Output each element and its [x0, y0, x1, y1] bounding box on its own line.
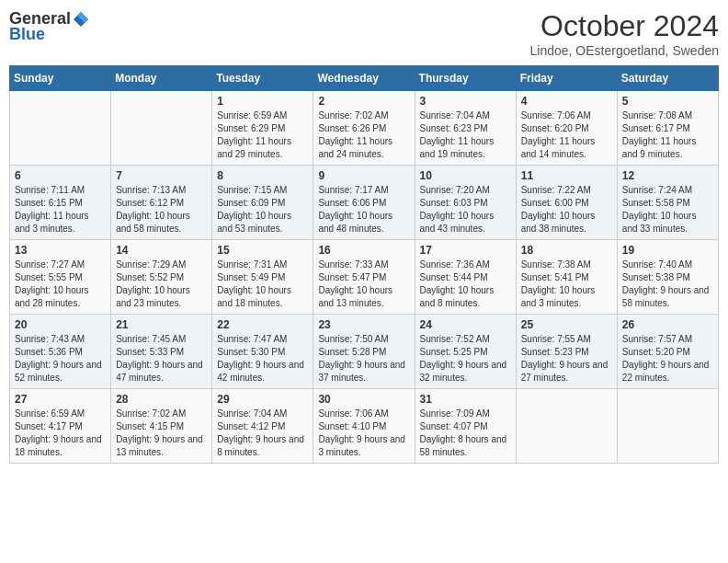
calendar-cell: 21 Sunrise: 7:45 AM Sunset: 5:33 PM Dayl…	[111, 315, 212, 389]
sunrise: Sunrise: 7:20 AM	[420, 185, 490, 195]
daylight: Daylight: 10 hours and 18 minutes.	[217, 285, 291, 308]
sunrise: Sunrise: 7:06 AM	[318, 408, 388, 419]
sunset: Sunset: 6:26 PM	[318, 123, 386, 133]
sunset: Sunset: 5:47 PM	[318, 272, 386, 282]
day-number: 25	[521, 318, 612, 331]
sunset: Sunset: 4:10 PM	[318, 421, 386, 431]
day-number: 18	[521, 244, 612, 257]
day-number: 19	[622, 244, 713, 257]
daylight: Daylight: 10 hours and 33 minutes.	[622, 211, 697, 234]
day-detail: Sunrise: 7:02 AM Sunset: 4:15 PM Dayligh…	[116, 408, 207, 459]
calendar-cell: 3 Sunrise: 7:04 AM Sunset: 6:23 PM Dayli…	[415, 91, 516, 166]
day-number: 12	[622, 169, 713, 182]
calendar-cell: 6 Sunrise: 7:11 AM Sunset: 6:15 PM Dayli…	[10, 166, 111, 240]
daylight: Daylight: 10 hours and 43 minutes.	[420, 211, 495, 234]
calendar-cell: 25 Sunrise: 7:55 AM Sunset: 5:23 PM Dayl…	[516, 315, 617, 389]
sunset: Sunset: 5:28 PM	[318, 347, 386, 357]
sunrise: Sunrise: 7:22 AM	[521, 185, 591, 195]
sunset: Sunset: 5:23 PM	[521, 347, 589, 357]
day-number: 23	[318, 318, 409, 331]
calendar-cell: 12 Sunrise: 7:24 AM Sunset: 5:58 PM Dayl…	[617, 166, 718, 240]
day-number: 10	[420, 169, 511, 182]
calendar-cell: 11 Sunrise: 7:22 AM Sunset: 6:00 PM Dayl…	[516, 166, 617, 240]
day-detail: Sunrise: 7:02 AM Sunset: 6:26 PM Dayligh…	[318, 109, 409, 161]
day-number: 5	[622, 95, 713, 108]
daylight: Daylight: 11 hours and 29 minutes.	[217, 136, 291, 159]
day-number: 9	[318, 169, 409, 182]
day-detail: Sunrise: 7:38 AM Sunset: 5:41 PM Dayligh…	[521, 259, 612, 310]
day-number: 2	[318, 95, 409, 108]
daylight: Daylight: 9 hours and 37 minutes.	[318, 360, 405, 383]
day-number: 28	[116, 393, 207, 406]
daylight: Daylight: 11 hours and 14 minutes.	[521, 136, 596, 159]
sunset: Sunset: 6:20 PM	[521, 123, 589, 133]
day-number: 4	[521, 95, 612, 108]
calendar-cell: 16 Sunrise: 7:33 AM Sunset: 5:47 PM Dayl…	[313, 240, 415, 315]
header-row: Sunday Monday Tuesday Wednesday Thursday…	[10, 66, 719, 91]
calendar-week-row: 20 Sunrise: 7:43 AM Sunset: 5:36 PM Dayl…	[10, 315, 719, 389]
sunset: Sunset: 5:58 PM	[622, 198, 690, 208]
day-detail: Sunrise: 6:59 AM Sunset: 4:17 PM Dayligh…	[15, 408, 106, 459]
calendar-cell: 17 Sunrise: 7:36 AM Sunset: 5:44 PM Dayl…	[415, 240, 516, 315]
calendar-cell: 29 Sunrise: 7:04 AM Sunset: 4:12 PM Dayl…	[212, 389, 313, 464]
daylight: Daylight: 10 hours and 53 minutes.	[217, 211, 291, 234]
daylight: Daylight: 9 hours and 32 minutes.	[420, 360, 507, 383]
calendar-cell	[617, 389, 718, 464]
sunrise: Sunrise: 7:38 AM	[521, 259, 591, 270]
calendar-cell: 18 Sunrise: 7:38 AM Sunset: 5:41 PM Dayl…	[516, 240, 617, 315]
day-number: 13	[15, 244, 106, 257]
sunrise: Sunrise: 6:59 AM	[15, 408, 85, 419]
day-number: 24	[420, 318, 511, 331]
day-detail: Sunrise: 7:08 AM Sunset: 6:17 PM Dayligh…	[622, 109, 713, 161]
month-title: October 2024	[530, 9, 719, 43]
calendar-cell: 8 Sunrise: 7:15 AM Sunset: 6:09 PM Dayli…	[212, 166, 313, 240]
day-detail: Sunrise: 7:57 AM Sunset: 5:20 PM Dayligh…	[622, 333, 713, 385]
col-sunday: Sunday	[10, 66, 111, 91]
sunset: Sunset: 5:52 PM	[116, 272, 184, 282]
day-number: 8	[217, 169, 308, 182]
logo: General Blue	[9, 9, 91, 44]
day-number: 27	[15, 393, 106, 406]
day-detail: Sunrise: 7:45 AM Sunset: 5:33 PM Dayligh…	[116, 333, 207, 385]
sunset: Sunset: 5:36 PM	[15, 347, 83, 357]
daylight: Daylight: 9 hours and 58 minutes.	[622, 285, 710, 308]
calendar-cell: 31 Sunrise: 7:09 AM Sunset: 4:07 PM Dayl…	[415, 389, 516, 464]
calendar-cell: 19 Sunrise: 7:40 AM Sunset: 5:38 PM Dayl…	[617, 240, 718, 315]
sunset: Sunset: 5:41 PM	[521, 272, 589, 282]
col-monday: Monday	[111, 66, 212, 91]
calendar-cell: 30 Sunrise: 7:06 AM Sunset: 4:10 PM Dayl…	[313, 389, 415, 464]
calendar-cell: 2 Sunrise: 7:02 AM Sunset: 6:26 PM Dayli…	[313, 91, 415, 166]
daylight: Daylight: 11 hours and 19 minutes.	[420, 136, 495, 159]
col-saturday: Saturday	[617, 66, 718, 91]
logo-icon	[72, 10, 90, 29]
day-number: 3	[420, 95, 511, 108]
page-header: General Blue October 2024 Lindoe, OEster…	[9, 9, 719, 58]
calendar-cell: 4 Sunrise: 7:06 AM Sunset: 6:20 PM Dayli…	[516, 91, 617, 166]
sunrise: Sunrise: 7:36 AM	[420, 259, 490, 270]
daylight: Daylight: 10 hours and 13 minutes.	[318, 285, 392, 308]
sunrise: Sunrise: 7:06 AM	[521, 110, 591, 121]
calendar-cell: 26 Sunrise: 7:57 AM Sunset: 5:20 PM Dayl…	[617, 315, 718, 389]
day-number: 31	[420, 393, 511, 406]
day-number: 16	[318, 244, 409, 257]
day-number: 15	[217, 244, 308, 257]
daylight: Daylight: 8 hours and 58 minutes.	[420, 434, 507, 457]
sunrise: Sunrise: 7:02 AM	[116, 408, 186, 419]
sunrise: Sunrise: 7:04 AM	[420, 110, 490, 121]
sunset: Sunset: 6:06 PM	[318, 198, 386, 208]
calendar-cell: 7 Sunrise: 7:13 AM Sunset: 6:12 PM Dayli…	[111, 166, 212, 240]
day-detail: Sunrise: 7:40 AM Sunset: 5:38 PM Dayligh…	[622, 259, 713, 310]
sunrise: Sunrise: 6:59 AM	[217, 110, 287, 121]
calendar-cell: 22 Sunrise: 7:47 AM Sunset: 5:30 PM Dayl…	[212, 315, 313, 389]
daylight: Daylight: 9 hours and 47 minutes.	[116, 360, 203, 383]
sunset: Sunset: 4:07 PM	[420, 421, 488, 431]
sunrise: Sunrise: 7:08 AM	[622, 110, 692, 121]
day-detail: Sunrise: 7:13 AM Sunset: 6:12 PM Dayligh…	[116, 184, 207, 236]
day-number: 22	[217, 318, 308, 331]
col-friday: Friday	[516, 66, 617, 91]
sunrise: Sunrise: 7:29 AM	[116, 259, 186, 270]
day-detail: Sunrise: 7:36 AM Sunset: 5:44 PM Dayligh…	[420, 259, 511, 310]
sunset: Sunset: 6:12 PM	[116, 198, 184, 208]
daylight: Daylight: 10 hours and 38 minutes.	[521, 211, 596, 234]
calendar-cell: 23 Sunrise: 7:50 AM Sunset: 5:28 PM Dayl…	[313, 315, 415, 389]
